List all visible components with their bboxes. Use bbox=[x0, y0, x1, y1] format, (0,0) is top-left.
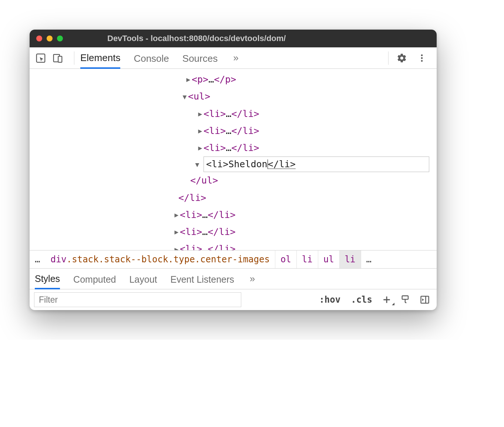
breadcrumb-li[interactable]: li bbox=[297, 251, 318, 268]
dom-tree-panel[interactable]: <p>…</p> <ul> <li>…</li> <li>…</li> <li>… bbox=[30, 69, 437, 250]
collapse-arrow-icon[interactable] bbox=[194, 158, 201, 171]
tab-console[interactable]: Console bbox=[134, 48, 169, 68]
close-window-button[interactable] bbox=[36, 36, 42, 41]
dom-node-li[interactable]: <li>…</li> bbox=[30, 122, 437, 139]
tab-layout[interactable]: Layout bbox=[129, 269, 157, 289]
toolbar-right bbox=[384, 51, 432, 65]
expand-arrow-icon[interactable] bbox=[173, 226, 180, 238]
svg-rect-2 bbox=[58, 56, 62, 62]
breadcrumb-ellipsis-left[interactable]: … bbox=[30, 254, 45, 265]
hov-button[interactable]: :hov bbox=[316, 295, 343, 305]
toolbar-divider bbox=[74, 51, 74, 65]
expand-arrow-icon[interactable] bbox=[197, 108, 204, 120]
minimize-window-button[interactable] bbox=[47, 36, 53, 41]
svg-rect-7 bbox=[421, 296, 429, 303]
toolbar-divider bbox=[388, 51, 389, 65]
more-tabs-chevron-icon[interactable]: » bbox=[231, 52, 241, 64]
window-title: DevTools - localhost:8080/docs/devtools/… bbox=[107, 34, 286, 43]
main-tabs: Elements Console Sources » bbox=[80, 47, 384, 69]
dom-node-ul-open[interactable]: <ul> bbox=[30, 88, 437, 105]
inspect-element-icon[interactable] bbox=[34, 51, 47, 65]
dom-node-li[interactable]: <li>…</li> bbox=[30, 223, 437, 241]
dom-node-li-close[interactable]: </li> bbox=[30, 189, 437, 206]
dom-node-li[interactable]: <li>…</li> bbox=[30, 105, 437, 122]
tab-elements[interactable]: Elements bbox=[80, 47, 120, 69]
paint-brush-icon[interactable] bbox=[398, 295, 413, 305]
dom-node-li[interactable]: <li>…</li> bbox=[30, 206, 437, 223]
expand-arrow-icon[interactable] bbox=[197, 142, 204, 154]
device-toolbar-icon[interactable] bbox=[51, 51, 64, 65]
maximize-window-button[interactable] bbox=[57, 36, 63, 41]
breadcrumb-ellipsis-right[interactable]: … bbox=[361, 254, 377, 265]
breadcrumb-div[interactable]: div.stack.stack--block.type.center-image… bbox=[45, 251, 275, 268]
tab-styles[interactable]: Styles bbox=[35, 268, 60, 289]
new-style-rule-icon[interactable] bbox=[380, 295, 394, 305]
settings-gear-icon[interactable] bbox=[395, 51, 409, 65]
expand-arrow-icon[interactable] bbox=[185, 73, 192, 85]
breadcrumb: … div.stack.stack--block.type.center-ima… bbox=[30, 250, 437, 269]
dom-node-li[interactable]: <li>…</li> bbox=[30, 241, 437, 250]
titlebar: DevTools - localhost:8080/docs/devtools/… bbox=[30, 30, 437, 47]
devtools-window: DevTools - localhost:8080/docs/devtools/… bbox=[30, 30, 437, 310]
cls-button[interactable]: .cls bbox=[348, 295, 375, 305]
styles-pane-tabs: Styles Computed Layout Event Listeners » bbox=[30, 269, 437, 289]
breadcrumb-ol[interactable]: ol bbox=[275, 251, 297, 268]
kebab-menu-icon[interactable] bbox=[415, 51, 429, 65]
more-styles-tabs-chevron-icon[interactable]: » bbox=[248, 273, 257, 285]
breadcrumb-ul[interactable]: ul bbox=[318, 251, 340, 268]
dom-node-p[interactable]: <p>…</p> bbox=[30, 71, 437, 88]
svg-point-5 bbox=[421, 60, 423, 62]
html-edit-input[interactable]: <li>Sheldon</li> bbox=[204, 157, 429, 172]
breadcrumb-li-selected[interactable]: li bbox=[340, 251, 361, 268]
main-toolbar: Elements Console Sources » bbox=[30, 47, 437, 69]
collapse-arrow-icon[interactable] bbox=[181, 91, 188, 103]
svg-rect-6 bbox=[402, 296, 408, 299]
svg-point-3 bbox=[421, 54, 423, 56]
styles-toolbar: :hov .cls bbox=[30, 289, 437, 310]
tab-event-listeners[interactable]: Event Listeners bbox=[171, 269, 234, 289]
expand-arrow-icon[interactable] bbox=[197, 125, 204, 137]
expand-arrow-icon[interactable] bbox=[173, 209, 180, 221]
dom-node-li[interactable]: <li>…</li> bbox=[30, 139, 437, 157]
filter-input[interactable] bbox=[34, 292, 241, 307]
dom-node-ul-close[interactable]: </ul> bbox=[30, 172, 437, 189]
svg-point-4 bbox=[421, 57, 423, 59]
dom-node-li-editing[interactable]: <li>Sheldon</li> bbox=[30, 157, 437, 172]
traffic-lights bbox=[36, 36, 63, 41]
expand-arrow-icon[interactable] bbox=[173, 243, 180, 250]
tab-computed[interactable]: Computed bbox=[73, 269, 116, 289]
tab-sources[interactable]: Sources bbox=[182, 48, 218, 68]
toggle-sidebar-icon[interactable] bbox=[417, 295, 432, 305]
